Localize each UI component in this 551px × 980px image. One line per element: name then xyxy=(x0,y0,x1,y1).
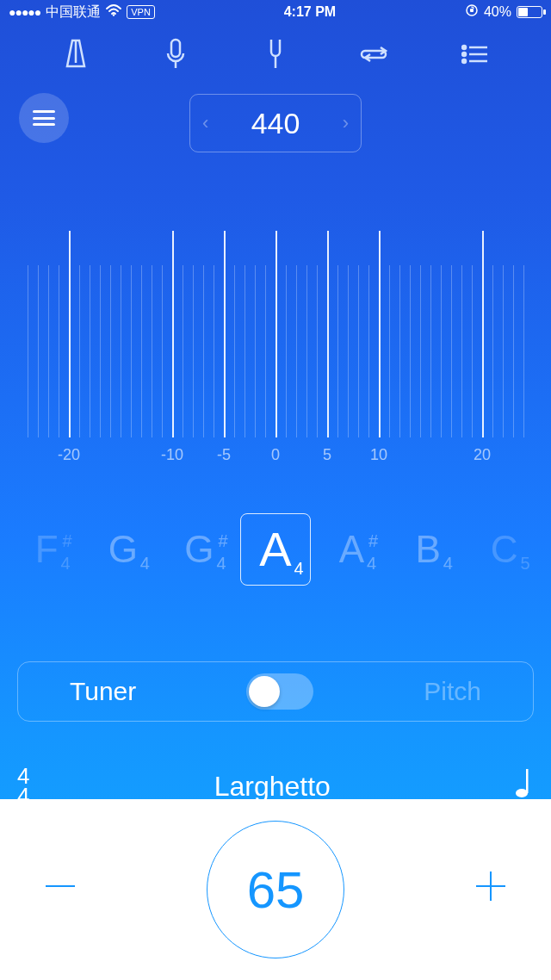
microphone-icon[interactable] xyxy=(158,37,193,71)
bpm-bar: 65 xyxy=(0,799,551,980)
scale-label: -10 xyxy=(161,446,183,464)
wifi-icon xyxy=(106,4,121,20)
note-item-selected[interactable]: A4 xyxy=(245,525,306,574)
svg-point-10 xyxy=(516,789,528,797)
mode-switch[interactable] xyxy=(246,673,313,710)
note-item[interactable]: F#4 xyxy=(16,530,77,568)
mode-toggle[interactable]: Tuner Pitch xyxy=(17,661,534,722)
note-item[interactable]: A#4 xyxy=(322,530,382,568)
note-item[interactable]: C5 xyxy=(474,530,535,568)
svg-rect-2 xyxy=(470,9,474,12)
signal-dots-icon: ●●●●● xyxy=(9,5,40,19)
loop-icon[interactable] xyxy=(358,37,393,71)
svg-point-4 xyxy=(462,46,466,49)
orientation-lock-icon xyxy=(465,3,479,21)
battery-icon xyxy=(517,6,542,18)
tuner-mode-label: Tuner xyxy=(70,677,136,706)
vpn-badge: VPN xyxy=(127,5,155,19)
reference-pitch-value: 440 xyxy=(251,107,300,140)
scale-label: 0 xyxy=(271,446,280,464)
list-icon[interactable] xyxy=(458,37,492,71)
menu-button[interactable] xyxy=(19,93,69,143)
status-bar: ●●●●● 中国联通 VPN 4:17 PM 40% xyxy=(0,0,551,24)
note-item[interactable]: B4 xyxy=(398,530,458,568)
bpm-increase-button[interactable] xyxy=(465,860,517,920)
note-item[interactable]: G4 xyxy=(93,530,153,568)
status-time: 4:17 PM xyxy=(284,4,336,20)
scale-label: -20 xyxy=(58,446,80,464)
tempo-name: Larghetto xyxy=(214,771,331,803)
chevron-right-icon[interactable]: › xyxy=(343,112,349,134)
battery-percent: 40% xyxy=(484,4,511,20)
svg-rect-3 xyxy=(171,40,180,57)
svg-rect-11 xyxy=(526,769,529,793)
reference-pitch-selector[interactable]: ‹ 440 › xyxy=(189,94,362,152)
scale-label: 10 xyxy=(370,446,387,464)
svg-point-6 xyxy=(462,53,466,56)
bpm-decrease-button[interactable] xyxy=(34,860,86,920)
scale-label: -5 xyxy=(217,446,231,464)
note-row: F#4 G4 G#4 A4 A#4 B4 C5 xyxy=(9,506,542,592)
metronome-icon[interactable] xyxy=(59,37,93,71)
tuning-fork-icon[interactable] xyxy=(258,37,293,71)
svg-point-8 xyxy=(462,59,466,63)
bpm-display[interactable]: 65 xyxy=(207,821,344,958)
note-item[interactable]: G#4 xyxy=(169,530,229,568)
top-toolbar xyxy=(0,24,551,84)
tuner-scale: -20 -10 -5 0 5 10 20 xyxy=(17,231,534,472)
svg-point-0 xyxy=(113,14,115,16)
chevron-left-icon[interactable]: ‹ xyxy=(202,112,208,134)
bpm-value: 65 xyxy=(247,860,305,920)
scale-label: 5 xyxy=(323,446,331,464)
pitch-mode-label: Pitch xyxy=(424,677,481,706)
scale-label: 20 xyxy=(474,446,491,464)
carrier-label: 中国联通 xyxy=(46,3,101,22)
